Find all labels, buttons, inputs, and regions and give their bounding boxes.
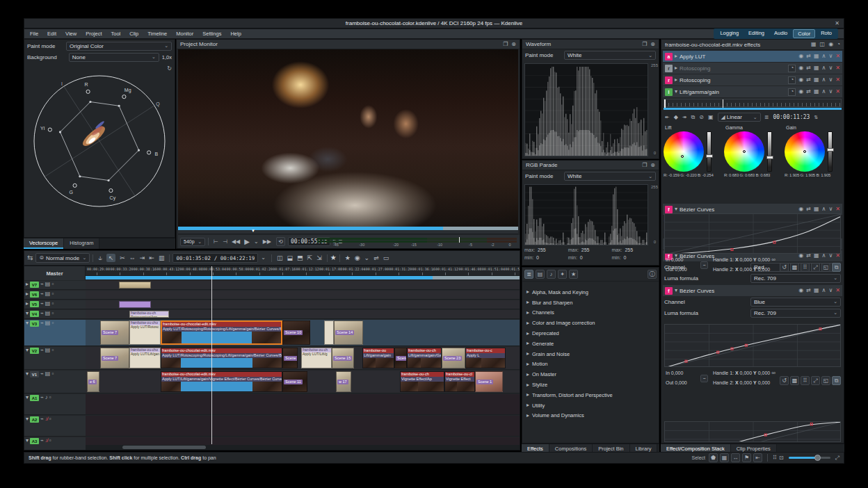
lock-icon[interactable]: ▫ <box>51 348 54 353</box>
track-id-badge[interactable]: V3 <box>30 320 39 327</box>
save-layout-icon[interactable]: ▦ <box>720 453 729 462</box>
up-icon[interactable]: ∧ <box>822 288 826 293</box>
effects-enabled-icon[interactable]: ⌁ <box>40 301 44 307</box>
spinner-icon[interactable]: ⇅ <box>814 115 818 120</box>
scrollbar-thumb[interactable] <box>122 446 206 449</box>
play-icon[interactable]: ▶ <box>244 238 250 245</box>
compare-icon[interactable]: ⇄ <box>806 77 811 83</box>
track-id-badge[interactable]: V2 <box>30 348 39 354</box>
gamma-slider[interactable] <box>767 131 772 172</box>
float-panel-icon[interactable]: ❐ <box>503 42 508 47</box>
effect-category-utility[interactable]: ▸Utility <box>522 400 659 411</box>
trash-icon[interactable]: ✕ <box>835 89 840 95</box>
stopwatch-icon[interactable]: ◔ <box>788 76 796 84</box>
slip-tool-icon[interactable]: ⇥ <box>140 254 145 261</box>
chevron-right-icon[interactable]: ▸ <box>26 301 29 307</box>
track-lane-v4[interactable]: framboise-ou-chRotoscoping/App <box>86 310 520 319</box>
eye-icon[interactable]: ◉ <box>798 65 803 71</box>
show-video-icon[interactable]: ▤ <box>45 371 51 377</box>
record-options-icon[interactable]: ⌄ <box>364 254 370 261</box>
reset-stack-icon[interactable]: ◔ <box>837 42 840 47</box>
effect-category-stylize[interactable]: ▸Stylize <box>522 380 659 390</box>
chevron-right-icon[interactable]: ▸ <box>675 65 677 71</box>
timeline-clip[interactable] <box>119 282 151 288</box>
timeline-clip[interactable]: framboise-ou-chocolat-edit.mkvApply LUT/… <box>161 371 282 392</box>
lock-icon[interactable]: ▫ <box>51 282 54 287</box>
track-lane-v3[interactable]: Scene 7framboise-ou-choApply LUT/Rotoscf… <box>86 320 520 346</box>
switch-target-icon[interactable]: ⇌ <box>373 254 379 261</box>
effect-category-volume-and-dynamics[interactable]: ▸Volume and Dynamics <box>522 411 659 421</box>
timeline-clip[interactable]: framboise-ou-chApply LUT/Lift/g <box>301 348 332 368</box>
down-icon[interactable]: ∨ <box>828 54 833 59</box>
tab-vectorscope[interactable]: Vectorscope <box>24 238 64 249</box>
timeline-clip[interactable]: framboise-ouLift/gamma/gain <box>362 348 394 368</box>
keyframe-menu-icon[interactable]: ≡ <box>765 114 769 121</box>
down-icon[interactable]: ∨ <box>828 77 833 83</box>
compare-icon[interactable]: ⇄ <box>806 206 811 212</box>
timeline-clip[interactable]: framboise-ou-chocolat-edit.mkvApply LUT/… <box>161 348 282 368</box>
zoom-slider-handle[interactable] <box>814 455 821 461</box>
effects-enabled-icon[interactable]: ⌁ <box>40 371 44 377</box>
tab-histogram[interactable]: Histogram <box>64 238 99 249</box>
timeline-ruler[interactable]: 00:00:29:0000:00:33:2000:00:38:1600:00:4… <box>86 266 520 276</box>
down-icon[interactable]: ∨ <box>828 89 833 95</box>
menu-clip[interactable]: Clip <box>129 31 138 37</box>
ripple-tool-icon[interactable]: ⇤ <box>149 254 154 261</box>
timeline-clip[interactable]: Scene 14 <box>334 320 363 345</box>
grid-icon[interactable]: ⠿ <box>801 376 810 385</box>
trash-icon[interactable]: ✕ <box>835 54 840 59</box>
effect-category-alpha-mask-and-keying[interactable]: ▸Alpha, Mask and Keying <box>522 287 659 298</box>
kf-paste-icon[interactable]: ⊘ <box>699 115 704 120</box>
track-id-badge[interactable]: V6 <box>30 291 39 298</box>
monitor-seek-ruler[interactable]: ▼ <box>178 230 518 234</box>
track-id-badge[interactable]: V7 <box>30 282 39 288</box>
selection-tool-icon[interactable]: ↖ <box>106 254 116 262</box>
timeline-clip[interactable]: framboise-ou-chVignette Effect/Ap <box>400 371 444 392</box>
track-lane-v7[interactable] <box>86 281 520 290</box>
lock-icon[interactable]: ▫ <box>49 395 51 400</box>
show-video-icon[interactable]: ▤ <box>45 291 51 297</box>
fit-zoom-icon[interactable]: ⤢ <box>835 455 839 461</box>
compare-icon[interactable]: ⇄ <box>806 65 811 71</box>
show-video-icon[interactable]: ▤ <box>45 320 51 326</box>
timeline-playhead[interactable] <box>211 266 212 444</box>
compare-icon[interactable]: ⇄ <box>806 54 811 59</box>
effects-enabled-icon[interactable]: ⌁ <box>40 291 44 297</box>
save-icon[interactable]: ▦ <box>814 54 819 59</box>
edge-snap-icon[interactable]: ⇤ <box>753 453 762 462</box>
blue-curve-graph[interactable] <box>664 421 841 442</box>
effects-enabled-icon[interactable]: ⌁ <box>40 320 44 326</box>
track-header-v5[interactable]: ▸V5⌁▤▫ <box>24 300 86 309</box>
chevron-down-icon[interactable]: ▾ <box>675 206 677 212</box>
save-preset-icon[interactable]: ▦ <box>811 42 817 47</box>
track-id-badge[interactable]: V4 <box>30 311 39 317</box>
overwrite-zone-icon[interactable]: ⬒ <box>297 254 303 261</box>
effects-enabled-icon[interactable]: ⌁ <box>40 282 44 287</box>
chevron-down-icon[interactable]: ▾ <box>675 89 677 95</box>
show-video-icon[interactable]: ▤ <box>45 348 51 353</box>
chevron-down-icon[interactable]: ▾ <box>26 320 29 326</box>
timeline-clip[interactable]: Scene <box>394 348 407 368</box>
effect-row-rotoscoping-disabled[interactable]: r ▸ Rotoscoping ◔◉⇄▦∧∨✕ <box>663 63 842 74</box>
track-id-badge[interactable]: A3 <box>30 438 39 444</box>
close-panel-icon[interactable]: ⊗ <box>511 42 516 47</box>
waveform-paint-mode-dropdown[interactable]: White⌄ <box>564 51 656 60</box>
eye-icon[interactable]: ◉ <box>798 206 803 212</box>
workspace-tab-logging[interactable]: Logging <box>716 29 743 38</box>
zoom-box-icon[interactable]: ⊡ <box>779 455 784 461</box>
parade-paint-mode-dropdown[interactable]: White⌄ <box>564 172 656 181</box>
mix-icon[interactable]: ◫ <box>277 254 283 261</box>
lock-icon[interactable]: ▫ <box>51 371 54 377</box>
track-header-v1[interactable]: ▾V1⌁▤▫ <box>24 371 86 393</box>
timeline-hscrollbar[interactable] <box>86 445 520 450</box>
link-handles-icon[interactable]: ∞ <box>771 257 775 263</box>
kf-prev-icon[interactable]: ↞ <box>665 115 670 120</box>
menu-view[interactable]: View <box>65 31 77 37</box>
effect-category-blur-and-sharpen[interactable]: ▸Blur and Sharpen <box>522 298 659 308</box>
luma-formula-dropdown[interactable]: Rec. 709⌄ <box>750 309 841 318</box>
master-button[interactable]: Master <box>24 266 86 280</box>
save-icon[interactable]: ▦ <box>814 288 819 293</box>
chevron-down-icon[interactable]: ▾ <box>26 416 29 422</box>
track-header-v3[interactable]: ▾V3⌁▤▫ <box>24 320 86 346</box>
timeline-clip[interactable]: framboise-ou-chocolat-edit.mkvApply LUT/… <box>161 320 282 345</box>
